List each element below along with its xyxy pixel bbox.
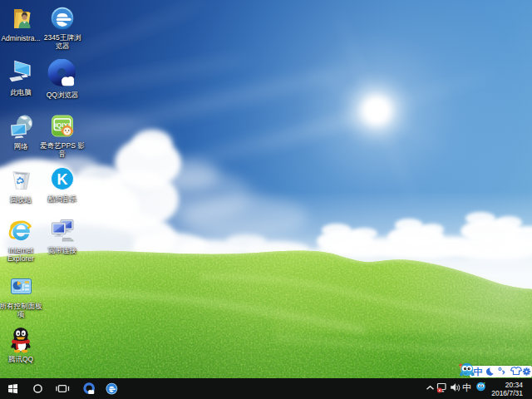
svg-text:K: K — [57, 171, 68, 188]
svg-text:中: 中 — [474, 367, 483, 377]
svg-text:中: 中 — [462, 382, 471, 392]
